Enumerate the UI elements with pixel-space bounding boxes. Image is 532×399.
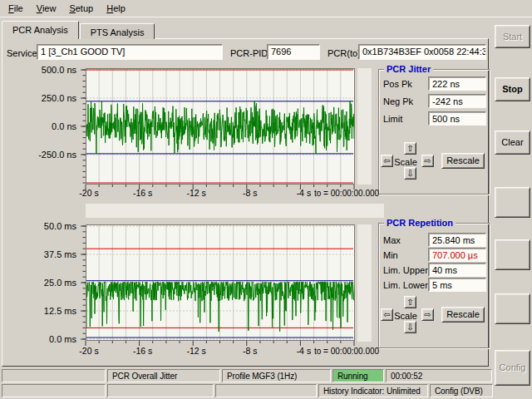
status-cell-r2-3: History Indicator: Unlimited [318,384,428,397]
y-tick-label: -250.0 ns [30,150,76,160]
y-tick-label: 250.0 ns [30,93,76,103]
status-cell-r1-0 [2,369,106,382]
x-tick-label: -8 s [234,188,267,198]
x-tick-label: -20 s [72,188,106,198]
field-value-lim-lower: 5 ms [432,280,452,290]
scale-right-button-pcr-jitter[interactable]: ⇨ [421,155,434,167]
side-button-config[interactable]: Config [495,350,530,386]
status-cell-r2-2 [215,384,317,397]
scale-down-button-pcr-repetition[interactable]: ⇩ [404,321,416,333]
x-tick-label: -12 s [180,188,213,198]
pcr-to-label: PCR(to) [328,48,361,58]
status-cell-r2-4: Config (DVB) [430,384,493,397]
scale-down-button-pcr-jitter[interactable]: ⇩ [404,167,416,180]
side-button-blank-3[interactable] [495,187,530,218]
y-tick-label: 0.0 ms [30,334,76,344]
status-cell-r2-1 [107,384,214,397]
field-pcr-repetition-max: 25.840 ms [428,233,486,247]
x-tick-label: -12 s [180,346,213,356]
menu-item-help[interactable]: Help [100,2,132,16]
x-tick-label: -8 s [234,346,267,356]
v-scrollbar-2[interactable] [357,224,372,342]
y-tick-label: 0.0 ns [30,121,76,131]
field-pcr-repetition-min: 707.000 µs [428,248,486,262]
scale-label-pcr-jitter: Scale [391,157,421,167]
pcr-pid-value: 7696 [271,47,291,57]
pcr-to-field: 0x1B734B3EF 0x0058 22:44:3 [358,44,486,60]
scale-left-button-pcr-jitter[interactable]: ⇦ [381,155,393,167]
scale-right-button-pcr-repetition[interactable]: ⇨ [421,308,434,321]
field-value-max: 25.840 ms [432,235,475,245]
field-label-max: Max [383,235,401,245]
x-axis-end-label: to = 00:00:00.000 [314,347,379,356]
status-cell-r1-4: 00:00:52 [386,369,492,382]
menu-item-setup[interactable]: Setup [62,2,100,16]
service-field[interactable]: 1 [3_Ch1 GOOD TV] [37,44,223,60]
field-pcr-repetition-lim-lower: 5 ms [428,278,486,292]
side-button-stop[interactable]: Stop [495,77,530,101]
pcr-repetition-trend [79,224,355,347]
field-value-limit: 500 ns [432,114,460,124]
field-pcr-jitter-pos-pk: 222 ns [428,76,486,91]
tab-pcr-analysis[interactable]: PCR Analysis [2,21,79,39]
y-tick-label: 12.5 ms [30,306,76,316]
status-cell-r2-0 [2,384,106,397]
service-label: Service [7,48,37,58]
scale-up-button-pcr-jitter[interactable]: ⇧ [404,142,416,155]
field-value-neg-pk: -242 ns [432,96,463,106]
field-value-pos-pk: 222 ns [432,79,460,89]
side-button-start[interactable]: Start [495,25,530,48]
side-button-clear[interactable]: Clear [495,131,530,155]
tab-bar: PCR AnalysisPTS Analysis [2,21,155,39]
pcr-pid-label: PCR-PID [230,48,268,58]
pcr-pid-field: 7696 [267,44,320,60]
field-label-neg-pk: Neg Pk [383,96,413,106]
x-tick-label: -20 s [72,346,106,356]
tab-pts-analysis[interactable]: PTS Analysis [80,23,155,39]
y-tick-label: 50.0 ms [30,221,76,231]
x-axis-end-label: to = 00:00:00.000 [314,189,379,198]
field-value-min: 707.000 µs [432,250,478,260]
field-value-lim-upper: 40 ms [432,265,457,275]
menu-bar: FileViewSetupHelp [0,0,532,17]
field-label-lim-lower: Lim. Lower [383,280,428,290]
x-tick-label: -16 s [126,188,160,198]
rescale-button-pcr-repetition[interactable]: Rescale [441,307,485,323]
y-tick-label: 25.0 ms [30,278,76,288]
pcr-to-value: 0x1B734B3EF 0x0058 22:44:3 [362,47,486,57]
groupbox-title-pcr-jitter: PCR Jitter [384,64,433,74]
menu-item-file[interactable]: File [2,2,30,16]
v-scrollbar-1[interactable] [357,68,372,185]
service-value: 1 [3_Ch1 GOOD TV] [41,47,125,57]
status-running-badge: Running [332,369,384,382]
scale-left-button-pcr-repetition[interactable]: ⇦ [381,308,393,321]
pcr-jitter-trend [79,68,355,190]
app-window: FileViewSetupHelp PCR AnalysisPTS Analys… [0,0,532,399]
field-pcr-jitter-neg-pk: -242 ns [428,94,486,108]
y-tick-label: 500.0 ns [30,65,76,75]
field-label-min: Min [383,250,398,260]
field-label-lim-upper: Lim. Upper [383,265,428,275]
field-label-pos-pk: Pos Pk [383,79,412,89]
status-cell-r1-2: Profile MGF3 (1Hz) [222,369,331,382]
scale-label-pcr-repetition: Scale [391,311,421,321]
status-cell-r1-1: PCR Overall Jitter [107,369,220,382]
side-button-blank-5[interactable] [495,293,530,324]
y-tick-label: 37.5 ms [30,249,76,259]
side-button-blank-4[interactable] [495,239,530,270]
field-pcr-jitter-limit: 500 ns [428,111,486,126]
rescale-button-pcr-jitter[interactable]: Rescale [441,153,485,169]
menu-item-view[interactable]: View [30,2,63,16]
scale-up-button-pcr-repetition[interactable]: ⇧ [404,296,416,308]
field-pcr-repetition-lim-upper: 40 ms [428,263,486,277]
groupbox-title-pcr-repetition: PCR Repetition [384,218,456,228]
h-scrollbar[interactable] [86,204,384,218]
field-label-limit: Limit [383,114,402,124]
x-tick-label: -16 s [126,346,160,356]
